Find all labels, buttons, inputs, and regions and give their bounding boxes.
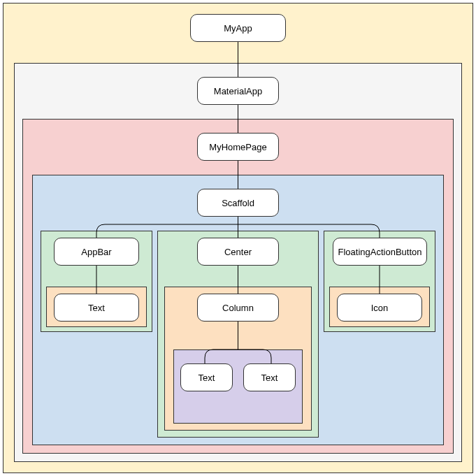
node-label: Icon [371, 303, 389, 313]
node-label: Text [261, 373, 278, 383]
node-myapp: MyApp [190, 14, 286, 42]
node-column: Column [197, 294, 279, 322]
node-label: Text [88, 303, 105, 313]
node-label: MyHomePage [209, 142, 266, 152]
node-label: Scaffold [222, 198, 254, 208]
node-label: Column [222, 303, 254, 313]
node-label: AppBar [81, 247, 111, 257]
node-text-appbar: Text [54, 294, 139, 322]
diagram-canvas: MyApp MaterialApp MyHomePage Scaffold Ap… [0, 0, 476, 476]
node-text-col2: Text [243, 363, 296, 391]
node-scaffold: Scaffold [197, 189, 279, 217]
node-fab: FloatingActionButton [333, 238, 427, 266]
node-myhomepage: MyHomePage [197, 133, 279, 161]
node-label: Center [224, 247, 252, 257]
node-appbar: AppBar [54, 238, 139, 266]
node-label: MyApp [224, 23, 252, 34]
node-label: FloatingActionButton [338, 247, 422, 257]
node-label: Text [199, 373, 215, 383]
node-icon: Icon [337, 294, 422, 322]
node-materialapp: MaterialApp [197, 77, 279, 105]
node-label: MaterialApp [214, 86, 262, 96]
node-center: Center [197, 238, 279, 266]
node-text-col1: Text [180, 363, 233, 391]
